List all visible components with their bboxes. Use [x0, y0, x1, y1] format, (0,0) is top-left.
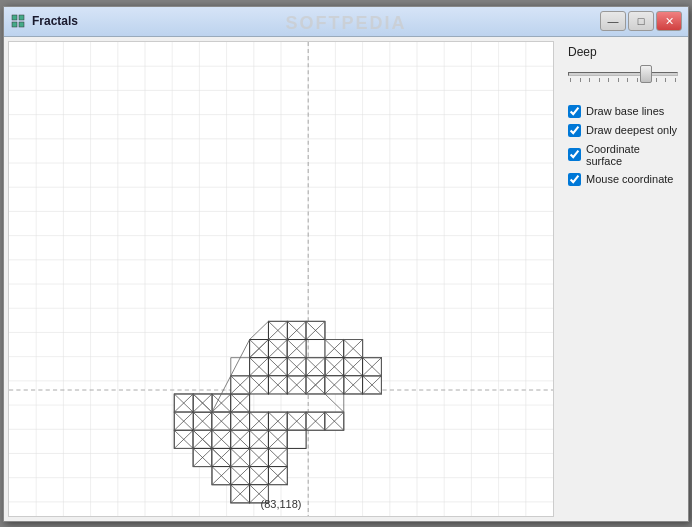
coordinate-surface-item[interactable]: Coordinate surface — [568, 143, 678, 167]
mouse-coordinate-checkbox[interactable] — [568, 173, 581, 186]
svg-rect-2 — [12, 22, 17, 27]
svg-rect-86 — [287, 430, 306, 448]
svg-rect-1 — [19, 15, 24, 20]
checkbox-group: Draw base lines Draw deepest only Coordi… — [568, 105, 678, 186]
coordinate-surface-checkbox[interactable] — [568, 148, 581, 161]
window-icon — [10, 13, 26, 29]
deep-label: Deep — [568, 45, 678, 59]
title-bar: Fractals SOFTPEDIA — □ ✕ — [4, 7, 688, 37]
deep-slider-container[interactable] — [568, 67, 678, 87]
coordinate-surface-label: Coordinate surface — [586, 143, 678, 167]
coordinate-display: (83,118) — [261, 498, 302, 510]
fractal-svg — [9, 42, 553, 516]
main-window: Fractals SOFTPEDIA — □ ✕ — [3, 6, 689, 522]
right-panel: Deep Draw base lines — [558, 37, 688, 521]
mouse-coordinate-label: Mouse coordinate — [586, 173, 673, 185]
draw-base-lines-item[interactable]: Draw base lines — [568, 105, 678, 118]
minimize-button[interactable]: — — [600, 11, 626, 31]
draw-deepest-only-checkbox[interactable] — [568, 124, 581, 137]
window-controls: — □ ✕ — [600, 11, 682, 31]
close-button[interactable]: ✕ — [656, 11, 682, 31]
draw-base-lines-checkbox[interactable] — [568, 105, 581, 118]
draw-base-lines-label: Draw base lines — [586, 105, 664, 117]
slider-ticks — [568, 78, 678, 82]
svg-rect-0 — [12, 15, 17, 20]
svg-rect-3 — [19, 22, 24, 27]
mouse-coordinate-item[interactable]: Mouse coordinate — [568, 173, 678, 186]
slider-track — [568, 72, 678, 76]
window-title: Fractals — [32, 14, 600, 28]
content-area: (83,118) Deep Dr — [4, 37, 688, 521]
draw-deepest-only-label: Draw deepest only — [586, 124, 677, 136]
fractal-canvas[interactable]: (83,118) — [8, 41, 554, 517]
slider-thumb[interactable] — [640, 65, 652, 83]
draw-deepest-only-item[interactable]: Draw deepest only — [568, 124, 678, 137]
maximize-button[interactable]: □ — [628, 11, 654, 31]
